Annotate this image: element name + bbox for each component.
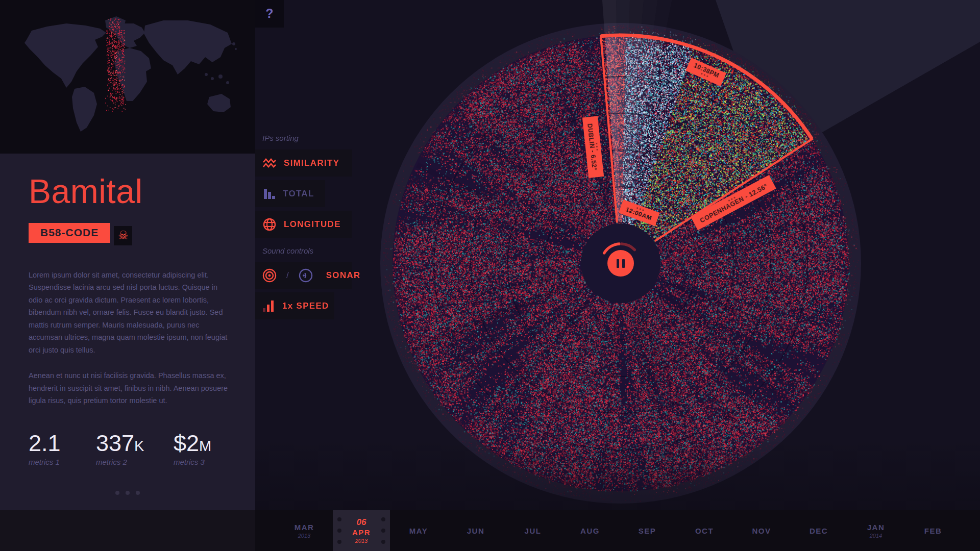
similarity-button[interactable]: SIMILARITY [255, 149, 352, 177]
description-paragraph-1: Lorem ipsum dolor sit amet, consectetur … [29, 269, 232, 357]
timeline-month-apr[interactable]: 06APR2013 [333, 510, 390, 551]
longitude-label: LONGITUDE [284, 219, 341, 230]
metric-3: $2M metrics 3 [174, 432, 211, 466]
timeline-month-jul[interactable]: JUL [504, 510, 561, 551]
metric-value: 337K [96, 432, 174, 455]
metric-value: $2M [174, 432, 211, 455]
sonar-button[interactable]: / SONAR [255, 262, 352, 289]
metric-label: metrics 1 [29, 458, 96, 466]
bar-chart-icon [262, 187, 276, 201]
timeline-month-mar[interactable]: MAR2013 [276, 510, 333, 551]
speed-label: 1x SPEED [282, 301, 329, 311]
page-dot[interactable] [136, 491, 140, 495]
pagination-dots[interactable] [0, 488, 255, 497]
total-label: TOTAL [283, 189, 314, 199]
help-button[interactable]: ? [255, 0, 284, 28]
total-button[interactable]: TOTAL [255, 180, 325, 207]
speed-button[interactable]: 1x SPEED [255, 292, 334, 319]
metric-label: metrics 2 [96, 458, 174, 466]
sonar-off-icon [298, 268, 313, 283]
botnet-dashboard: Bamital B58-CODE ☠ Lorem ipsum dolor sit… [0, 0, 980, 551]
world-map [0, 0, 255, 154]
controls-column: IPs sorting SIMILARITY TOTAL LO [255, 134, 362, 323]
metrics-row: 2.1 metrics 1 337K metrics 2 $2M metrics… [29, 432, 211, 466]
timeline-month-aug[interactable]: AUG [561, 510, 619, 551]
page-title: Bamital [29, 174, 235, 209]
page-dot[interactable] [115, 491, 119, 495]
timeline-month-sep[interactable]: SEP [619, 510, 676, 551]
pause-bar [622, 259, 625, 268]
sonar-divider: / [286, 270, 289, 281]
timeline-month-jan[interactable]: JAN2014 [847, 510, 904, 551]
world-map-section [0, 0, 255, 154]
page-dot[interactable] [126, 491, 130, 495]
badge-row: B58-CODE ☠ [29, 223, 235, 245]
sorting-group-label: IPs sorting [262, 134, 362, 142]
timeline-month-jun[interactable]: JUN [447, 510, 504, 551]
timeline-months: MAR201306APR2013MAYJUNJULAUGSEPOCTNOVDEC… [276, 510, 962, 551]
info-panel: Bamital B58-CODE ☠ Lorem ipsum dolor sit… [0, 0, 255, 510]
metric-1: 2.1 metrics 1 [29, 432, 96, 466]
timeline-month-may[interactable]: MAY [390, 510, 447, 551]
pause-button[interactable] [607, 250, 634, 277]
skull-box: ☠ [114, 226, 132, 245]
timeline: MAR201306APR2013MAYJUNJULAUGSEPOCTNOVDEC… [0, 510, 980, 551]
timeline-month-dec[interactable]: DEC [790, 510, 847, 551]
description-paragraph-2: Aenean et nunc ut nisi facilisis gravida… [29, 369, 232, 407]
longitude-button[interactable]: LONGITUDE [255, 211, 352, 238]
sonar-label: SONAR [326, 270, 361, 281]
waves-icon [262, 156, 277, 171]
sonar-on-icon [262, 268, 277, 283]
speed-bars-icon [262, 299, 276, 313]
timeline-month-oct[interactable]: OCT [676, 510, 733, 551]
similarity-label: SIMILARITY [284, 158, 339, 168]
pause-bar [617, 259, 619, 268]
sound-group-label: Sound controls [262, 246, 362, 255]
metric-value: 2.1 [29, 432, 96, 455]
metric-2: 337K metrics 2 [96, 432, 174, 466]
globe-icon [262, 217, 277, 232]
code-badge: B58-CODE [29, 223, 110, 243]
metric-label: metrics 3 [174, 458, 211, 466]
timeline-month-feb[interactable]: FEB [904, 510, 962, 551]
skull-icon: ☠ [118, 230, 129, 241]
timeline-month-nov[interactable]: NOV [733, 510, 790, 551]
panel-content: Bamital B58-CODE ☠ Lorem ipsum dolor sit… [0, 154, 255, 407]
